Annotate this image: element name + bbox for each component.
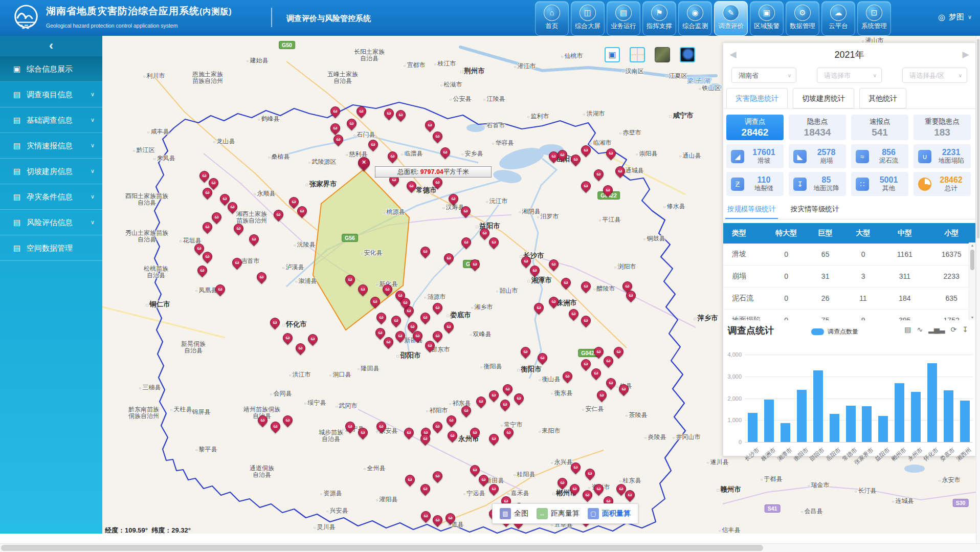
region-select-2[interactable]: 请选择市∨: [817, 68, 882, 83]
street-map-thumbnail[interactable]: [630, 47, 645, 62]
region-select-3[interactable]: 请选择县/区∨: [902, 68, 967, 83]
stat-card-隐患点[interactable]: 隐患点18434: [789, 115, 846, 140]
hazard-text: 110地裂缝: [744, 175, 784, 192]
bar-chart-icon[interactable]: ▂▅▃: [928, 325, 945, 334]
table-header-cell: 类型: [723, 223, 766, 244]
survey-icon: ✎: [723, 5, 739, 21]
map-label: 宜都市: [403, 61, 425, 70]
map-label: 连城县: [892, 497, 914, 505]
year-selector: ◀ 2021年 ▶: [723, 43, 975, 67]
download-icon[interactable]: ↧: [962, 325, 968, 334]
stat-card-重要隐患点[interactable]: 重要隐患点183: [914, 115, 971, 140]
chart-bar[interactable]: [813, 370, 823, 442]
tool-icon: ↔: [537, 508, 548, 519]
table-cell: 1161: [882, 244, 928, 266]
chart-legend[interactable]: 调查点数量: [811, 327, 858, 336]
table-icon: ▤: [13, 235, 27, 260]
map-label: 安乡县: [461, 149, 483, 158]
region-selects: 湖南省∨请选择市∨请选择县/区∨: [723, 68, 975, 86]
tool-label: 面积量算: [602, 509, 631, 518]
map-label: 隆回县: [357, 364, 379, 373]
chart-bar[interactable]: [960, 401, 970, 442]
map-tool-全图[interactable]: ▧全图: [500, 508, 528, 519]
map-label: 桃源县: [383, 208, 405, 216]
map-tool-面积量算[interactable]: ▢面积量算: [588, 508, 631, 519]
chevron-down-icon: ∨: [91, 82, 95, 107]
nav-item-command[interactable]: ⚑指挥支撑: [642, 1, 676, 36]
chart-bar[interactable]: [748, 413, 758, 442]
nav-item-data[interactable]: ⚙数据管理: [786, 1, 819, 36]
map-label: 松滋市: [440, 80, 462, 89]
sidebar-item-5[interactable]: ▤切坡建房信息∨: [0, 159, 102, 184]
hazard-text: 85地面沉降: [807, 175, 846, 192]
earth-map-thumbnail[interactable]: [680, 47, 695, 62]
line-chart-icon[interactable]: ∿: [917, 325, 923, 334]
chart-bar[interactable]: [830, 414, 839, 442]
next-year-button[interactable]: ▶: [958, 47, 973, 62]
table-cell: 2233: [927, 266, 975, 288]
previous-year-button[interactable]: ◀: [725, 47, 741, 62]
nav-item-big-screen[interactable]: ◫综合大屏: [571, 1, 605, 36]
map-label: 利川市: [143, 72, 165, 80]
chart-bar[interactable]: [895, 383, 904, 442]
refresh-icon[interactable]: ⟳: [951, 325, 957, 334]
user-menu[interactable]: ◎ 梦图 ∨: [938, 12, 972, 22]
map-label: 赣州市: [717, 485, 741, 494]
vertical-scrollbar[interactable]: [976, 36, 980, 543]
map-label: 衡阳县: [480, 362, 502, 371]
chart-bar[interactable]: [944, 390, 953, 442]
sidebar-item-2[interactable]: ▤调查项目信息∨: [0, 82, 102, 107]
nav-item-system[interactable]: ⊡系统管理: [857, 1, 891, 36]
stat-card-调查点[interactable]: 调查点28462: [726, 115, 784, 140]
chart-toolbar: ▤ ∿ ▂▅▃ ⟳ ↧: [904, 325, 968, 334]
chart-bar[interactable]: [927, 363, 937, 442]
region-select-1[interactable]: 湖南省∨: [731, 68, 796, 83]
hscroll-thumb[interactable]: [1, 545, 763, 551]
scale-tab-2[interactable]: 按灾情等级统计: [791, 205, 839, 214]
sidebar-item-6[interactable]: ▤孕灾条件信息∨: [0, 184, 102, 210]
nav-item-cloud[interactable]: ☁云平台: [821, 1, 855, 36]
chevron-down-icon: ∨: [91, 159, 95, 184]
chart-bar[interactable]: [862, 406, 872, 442]
sidebar-item-8[interactable]: ▤空间数据管理: [0, 235, 102, 261]
stat-card-速报点[interactable]: 速报点541: [851, 115, 908, 140]
nav-item-home[interactable]: ⌂首页: [535, 1, 569, 36]
chart-bar[interactable]: [797, 390, 807, 442]
map-tool-距离量算[interactable]: ↔距离量算: [537, 508, 580, 519]
chart-bar[interactable]: [781, 423, 790, 442]
chart-bar[interactable]: [911, 392, 921, 442]
sidebar-item-4[interactable]: ▤灾情速报信息∨: [0, 133, 102, 159]
chart-bar[interactable]: [878, 416, 888, 442]
map-label: 江陵县: [483, 95, 505, 103]
data-view-icon[interactable]: ▤: [904, 325, 911, 334]
scroll-up-arrow[interactable]: ▲: [969, 244, 975, 247]
nav-item-survey[interactable]: ✎调查评价: [714, 1, 748, 36]
sidebar-collapse-button[interactable]: ‹: [0, 36, 102, 56]
panel-tab-3[interactable]: 其他统计: [859, 88, 906, 108]
satellite-map-thumbnail[interactable]: [655, 47, 670, 62]
hazard-value: 5001: [869, 175, 908, 185]
road-shield: G56: [342, 234, 358, 242]
map-label: 泸溪县: [282, 263, 304, 272]
chart-bar[interactable]: [846, 406, 856, 442]
panel-tab-2[interactable]: 切坡建房统计: [793, 88, 854, 108]
chart-bar[interactable]: [764, 400, 774, 442]
sidebar-item-3[interactable]: ▤基础调查信息∨: [0, 107, 102, 133]
nav-item-warning[interactable]: ▣区域预警: [750, 1, 784, 36]
scroll-down-arrow[interactable]: ▼: [969, 316, 975, 319]
vscroll-thumb[interactable]: [977, 39, 979, 238]
sidebar-item-7[interactable]: ▤风险评估信息∨: [0, 210, 102, 235]
sidebar-item-label: 切坡建房信息: [27, 167, 73, 175]
nav-item-business[interactable]: ▤业务运行: [607, 1, 640, 36]
stat-card-label: 速报点: [851, 117, 908, 126]
layers-button[interactable]: ▣: [605, 47, 620, 62]
horizontal-scrollbar[interactable]: [0, 543, 980, 552]
road: [102, 307, 225, 338]
scale-tab-1[interactable]: 按规模等级统计: [727, 205, 776, 214]
nav-item-monitor[interactable]: ◉综合监测: [678, 1, 712, 36]
scrollbar-thumb[interactable]: [970, 250, 974, 270]
table-cell: 31: [807, 266, 844, 288]
map-label: 长阳土家族自治县: [354, 49, 385, 62]
sidebar-item-1[interactable]: ▣综合信息展示: [0, 56, 102, 82]
panel-tab-1[interactable]: 灾害隐患统计: [726, 88, 788, 108]
